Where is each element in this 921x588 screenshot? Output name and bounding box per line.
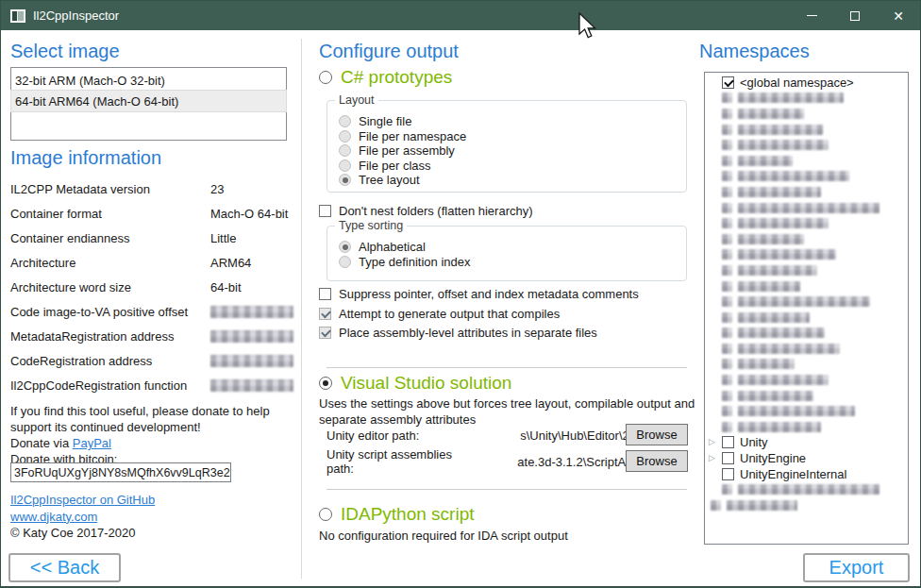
browse-assemblies-button[interactable]: Browse: [626, 450, 688, 472]
export-button[interactable]: Export: [803, 553, 910, 582]
image-list-item[interactable]: 64-bit ARM64 (Mach-O 64-bit): [11, 91, 286, 111]
namespace-row[interactable]: [705, 137, 908, 153]
donate-appeal: If you find this tool useful, please don…: [10, 403, 295, 435]
image-list-item[interactable]: 32-bit ARM (Mach-O 32-bit): [11, 70, 286, 91]
paypal-link[interactable]: PayPal: [73, 436, 111, 450]
minimize-button[interactable]: [790, 1, 833, 30]
namespace-row[interactable]: [705, 91, 908, 107]
redacted-namespace: [738, 391, 813, 401]
info-row-label: Architecture word size: [10, 280, 131, 294]
flatten-checkbox[interactable]: Don't nest folders (flatten hierarchy): [319, 204, 533, 218]
redacted-checkbox: [722, 109, 732, 119]
image-list-item-label: 32-bit ARM (Mach-O 32-bit): [15, 74, 165, 88]
info-row-value: 23: [210, 182, 224, 196]
configure-output-heading: Configure output: [319, 41, 459, 62]
radio-option[interactable]: File per assembly: [339, 143, 686, 159]
namespace-row[interactable]: [705, 200, 908, 216]
redacted-namespace: [738, 281, 800, 292]
namespace-row[interactable]: [705, 481, 908, 497]
ida-script-radio[interactable]: IDAPython script: [319, 504, 475, 525]
namespace-row[interactable]: [705, 262, 908, 278]
github-link[interactable]: Il2CppInspector on GitHub: [10, 493, 155, 507]
namespaces-list[interactable]: <global namespace>▷Unity▷UnityEngineUnit…: [704, 72, 909, 545]
namespace-row[interactable]: [705, 326, 908, 342]
type-sorting-groupbox: Type sorting AlphabeticalType definition…: [327, 226, 687, 281]
image-info-rows: IL2CPP Metadata version23Container forma…: [10, 176, 293, 397]
suppress-checkbox[interactable]: Suppress pointer, offset and index metad…: [319, 287, 639, 301]
image-list-item-label: 64-bit ARM64 (Mach-O 64-bit): [15, 94, 178, 109]
namespace-row[interactable]: [705, 231, 908, 247]
radio-option[interactable]: File per class: [339, 159, 686, 174]
redacted-value: [210, 355, 293, 367]
cs-prototypes-radio[interactable]: C# prototypes: [319, 67, 452, 88]
namespace-row[interactable]: [705, 294, 908, 310]
namespace-row[interactable]: [705, 247, 908, 263]
maximize-button[interactable]: [833, 1, 877, 30]
donate-via-prefix: Donate via: [10, 436, 73, 450]
redacted-namespace: [738, 249, 836, 260]
attrs-checkbox[interactable]: Place assembly-level attributes in separ…: [319, 326, 597, 340]
namespace-row[interactable]: [705, 153, 908, 169]
namespace-row[interactable]: [705, 106, 908, 122]
compile-checkbox[interactable]: Attempt to generate output that compiles: [319, 307, 560, 321]
namespace-checkbox[interactable]: [722, 452, 734, 464]
namespace-row[interactable]: [705, 310, 908, 326]
namespaces-heading: Namespaces: [699, 41, 810, 62]
radio-option[interactable]: Type definition index: [339, 255, 686, 270]
select-image-list[interactable]: 32-bit ARM (Mach-O 32-bit)64-bit ARM64 (…: [10, 67, 287, 141]
redacted-checkbox: [722, 156, 732, 166]
back-button[interactable]: << Back: [8, 553, 121, 582]
radio-option[interactable]: Alphabetical: [339, 240, 686, 255]
bitcoin-address-field[interactable]: 3FoRUqUXgYj8NY8sMQfhX6vv9LqR3e2kzz: [10, 462, 231, 482]
redacted-value: [210, 379, 293, 392]
redacted-checkbox: [722, 344, 732, 354]
redacted-value: [210, 330, 293, 343]
namespace-row[interactable]: <global namespace>: [705, 75, 908, 91]
namespace-checkbox[interactable]: [722, 76, 734, 89]
namespace-row[interactable]: [705, 184, 908, 200]
namespace-row[interactable]: [705, 372, 908, 388]
maximize-icon: [850, 11, 860, 21]
namespace-row[interactable]: [705, 169, 908, 185]
radio-icon: [319, 71, 332, 84]
namespace-row[interactable]: UnityEngineInternal: [705, 466, 908, 482]
namespace-row[interactable]: [705, 388, 908, 404]
info-row-label: IL2CPP Metadata version: [10, 182, 150, 196]
separator: [327, 489, 687, 490]
donate-block: If you find this tool useful, please don…: [10, 403, 295, 467]
expander-icon[interactable]: ▷: [709, 438, 722, 446]
checkbox-icon: [319, 288, 331, 300]
donate-via-line: Donate via PayPal: [10, 435, 295, 451]
redacted-namespace: [738, 92, 844, 103]
flatten-label: Don't nest folders (flatten hierarchy): [339, 204, 533, 218]
namespace-row[interactable]: [705, 278, 908, 294]
radio-option[interactable]: File per namespace: [339, 129, 686, 144]
redacted-checkbox: [722, 359, 732, 369]
namespace-row[interactable]: ▷UnityEngine: [705, 450, 908, 466]
info-row-label: Architecture: [10, 256, 75, 270]
namespace-row[interactable]: [705, 122, 908, 138]
namespace-checkbox[interactable]: [722, 468, 734, 480]
info-row: Container formatMach-O 64-bit: [10, 201, 293, 226]
ida-script-description: No configuration required for IDA script…: [319, 528, 696, 544]
namespace-row[interactable]: ▷Unity: [705, 435, 908, 451]
namespace-row[interactable]: [705, 341, 908, 357]
radio-option[interactable]: Single file: [339, 114, 686, 129]
copyright-text: © Katy Coe 2017-2020: [10, 525, 155, 542]
namespace-row[interactable]: [705, 419, 908, 435]
expander-icon[interactable]: ▷: [709, 454, 722, 462]
namespace-row[interactable]: [705, 357, 908, 373]
redacted-namespace: [738, 406, 855, 416]
namespace-row[interactable]: [705, 403, 908, 419]
namespace-row[interactable]: [705, 215, 908, 231]
browse-editor-button[interactable]: Browse: [626, 424, 688, 445]
namespace-checkbox[interactable]: [722, 436, 734, 448]
redacted-namespace: [738, 328, 825, 338]
namespace-row[interactable]: [705, 497, 908, 513]
close-button[interactable]: ✕: [877, 1, 920, 30]
radio-option[interactable]: Tree layout: [339, 173, 686, 188]
radio-option-label: Type definition index: [359, 255, 471, 269]
website-link[interactable]: www.djkaty.com: [10, 510, 97, 524]
cs-prototypes-label: C# prototypes: [341, 67, 452, 88]
vs-solution-radio[interactable]: Visual Studio solution: [319, 373, 511, 394]
